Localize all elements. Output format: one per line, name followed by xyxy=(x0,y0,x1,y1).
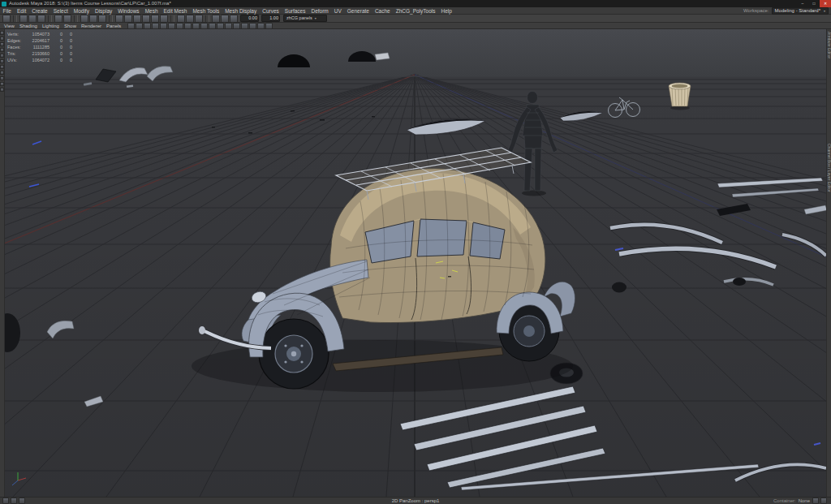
panel-menu-renderer[interactable]: Renderer xyxy=(79,24,104,28)
statusbar-right-icons xyxy=(812,498,829,504)
ipr-render-icon[interactable] xyxy=(221,15,229,23)
basket-model[interactable] xyxy=(669,83,691,110)
panel-menu-panels[interactable]: Panels xyxy=(104,24,123,28)
isolate-select-icon[interactable] xyxy=(257,23,265,29)
workspace-dropdown[interactable]: Modeling - Standard* ▾ xyxy=(772,7,829,15)
persp-outliner-layout-icon[interactable] xyxy=(0,82,4,86)
select-by-component-icon[interactable] xyxy=(98,15,106,23)
menu-deform[interactable]: Deform xyxy=(308,7,331,14)
open-scene-icon[interactable] xyxy=(28,15,37,23)
wireframe-icon[interactable] xyxy=(184,23,192,29)
wireframe-on-shaded-icon[interactable] xyxy=(192,23,200,29)
panel-menu-shading[interactable]: Shading xyxy=(17,24,40,28)
menu-zhcg-polytools[interactable]: ZhCG_PolyTools xyxy=(393,7,438,14)
use-all-lights-icon[interactable] xyxy=(209,23,216,29)
notifications-icon[interactable] xyxy=(820,498,827,504)
car-front-wheel[interactable] xyxy=(259,319,329,389)
move-tool-icon[interactable] xyxy=(0,48,4,52)
undo-icon[interactable] xyxy=(54,15,62,23)
multisampling-icon[interactable] xyxy=(241,23,248,29)
menu-windows[interactable]: Windows xyxy=(115,7,142,14)
sidebar-tab-channel-box-layer-editor[interactable]: Channel Box / Layer Editor xyxy=(827,144,831,192)
construction-history-icon[interactable] xyxy=(195,15,203,23)
save-scene-icon[interactable] xyxy=(37,15,45,23)
toolbar-separator xyxy=(13,15,17,22)
input-connections-icon[interactable] xyxy=(177,15,185,23)
single-pane-layout-icon[interactable] xyxy=(0,71,4,75)
new-scene-icon[interactable] xyxy=(19,15,28,23)
panels-dropdown[interactable]: zhCG panels ▾ xyxy=(283,15,327,22)
menu-select[interactable]: Select xyxy=(50,7,71,14)
workspace-label: Workspace: xyxy=(743,8,769,13)
toggle-grid-icon[interactable] xyxy=(2,498,9,504)
last-tool-icon[interactable] xyxy=(0,65,4,69)
snap-to-point-icon[interactable] xyxy=(133,15,141,23)
snap-to-projected-center-icon[interactable] xyxy=(142,15,150,23)
render-icon[interactable] xyxy=(212,15,220,23)
depth-of-field-icon[interactable] xyxy=(249,23,256,29)
container-label: Container: xyxy=(773,498,796,503)
toolbar-separator xyxy=(170,15,174,22)
output-connections-icon[interactable] xyxy=(186,15,194,23)
xray-icon[interactable] xyxy=(265,23,273,29)
lasso-select-tool-icon[interactable] xyxy=(0,37,4,41)
panel-menu-view[interactable]: View xyxy=(2,24,17,28)
redo-icon[interactable] xyxy=(63,15,71,23)
menu-cache[interactable]: Cache xyxy=(372,7,393,14)
select-by-object-icon[interactable] xyxy=(89,15,97,23)
menu-mesh-tools[interactable]: Mesh Tools xyxy=(190,7,222,14)
viewport-3d-scene[interactable] xyxy=(5,29,826,497)
menu-uv[interactable]: UV xyxy=(331,7,344,14)
menu-edit[interactable]: Edit xyxy=(14,7,28,14)
menu-display[interactable]: Display xyxy=(92,7,114,14)
snap-to-grid-icon[interactable] xyxy=(115,15,123,23)
command-line-icon[interactable] xyxy=(19,498,25,504)
camera-attributes-icon[interactable] xyxy=(144,23,151,29)
container-value[interactable]: None xyxy=(799,498,810,503)
panel-menu-show[interactable]: Show xyxy=(62,24,79,28)
menu-file[interactable]: File xyxy=(0,7,14,14)
dg-evaluation-icon[interactable] xyxy=(812,498,819,504)
hud-row: Faces:111128500 xyxy=(7,44,72,50)
two-side-lighting-icon[interactable] xyxy=(168,23,175,29)
render-settings-icon[interactable] xyxy=(230,15,238,23)
image-plane-icon[interactable] xyxy=(160,23,167,29)
menu-help[interactable]: Help xyxy=(438,7,454,14)
hypershade-layout-icon[interactable] xyxy=(0,88,4,92)
menu-generate[interactable]: Generate xyxy=(344,7,372,14)
select-camera-icon[interactable] xyxy=(127,23,135,29)
scale-tool-icon[interactable] xyxy=(0,59,4,63)
sidebar-tab-attribute-editor[interactable]: Attribute Editor xyxy=(827,32,831,58)
select-by-hierarchy-icon[interactable] xyxy=(80,15,88,23)
menu-create[interactable]: Create xyxy=(29,7,51,14)
viewport-panel[interactable]: Verts:105407300Edges:220461700Faces:1111… xyxy=(5,29,826,497)
bookmark-icon[interactable] xyxy=(152,23,159,29)
snap-to-view-plane-icon[interactable] xyxy=(151,15,159,23)
menu-modify[interactable]: Modify xyxy=(71,7,92,14)
menu-surfaces[interactable]: Surfaces xyxy=(282,7,308,14)
menu-mesh-display[interactable]: Mesh Display xyxy=(222,7,260,14)
script-editor-icon[interactable] xyxy=(11,498,17,504)
make-live-icon[interactable] xyxy=(160,15,168,23)
snap-to-curve-icon[interactable] xyxy=(124,15,132,23)
shadows-icon[interactable] xyxy=(217,23,224,29)
chevron-down-icon: ▾ xyxy=(315,15,316,21)
menu-edit-mesh[interactable]: Edit Mesh xyxy=(161,7,190,14)
menu-mesh[interactable]: Mesh xyxy=(142,7,161,14)
textured-icon[interactable] xyxy=(200,23,208,29)
ambient-occlusion-icon[interactable] xyxy=(225,23,232,29)
toolbar-separator xyxy=(109,15,113,22)
four-pane-layout-icon[interactable] xyxy=(0,76,4,80)
paint-select-tool-icon[interactable] xyxy=(0,42,4,46)
motion-blur-icon[interactable] xyxy=(233,23,240,29)
input-field-x[interactable]: 0.00 xyxy=(240,15,259,22)
menu-curves[interactable]: Curves xyxy=(260,7,282,14)
shading-smooth-icon[interactable] xyxy=(176,23,183,29)
select-tool-icon[interactable] xyxy=(0,31,4,35)
selection-mask-dropdown-icon[interactable] xyxy=(2,15,11,23)
input-field-y[interactable]: 1.00 xyxy=(261,15,280,22)
panels-dropdown-value: zhCG panels xyxy=(286,15,312,21)
lock-camera-icon[interactable] xyxy=(136,23,143,29)
rotate-tool-icon[interactable] xyxy=(0,54,4,58)
panel-menu-lighting[interactable]: Lighting xyxy=(40,24,62,28)
